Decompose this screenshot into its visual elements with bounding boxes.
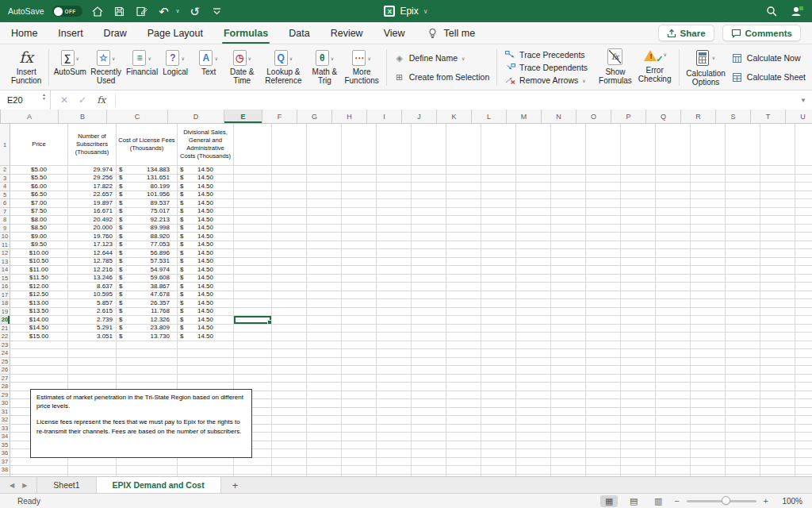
cell-G16[interactable] [307,283,342,291]
cell-M6[interactable] [516,199,551,208]
tab-review[interactable]: Review [331,22,363,44]
cell-T8[interactable] [760,216,795,225]
cell-I37[interactable] [377,458,412,467]
cell-L23[interactable] [481,341,516,350]
cell-G28[interactable] [307,383,342,391]
cell-U5[interactable] [795,191,812,200]
cell-E24[interactable] [234,349,272,358]
cell-L21[interactable] [481,325,516,333]
cell-O19[interactable] [586,308,621,317]
cell-F33[interactable] [272,425,307,433]
cell-N21[interactable] [551,325,586,333]
cell-H18[interactable] [342,299,377,308]
cell-U33[interactable] [795,425,812,433]
cell-I4[interactable] [377,183,412,191]
cell-L9[interactable] [481,225,516,233]
cell-K13[interactable] [446,258,481,267]
cell-Q32[interactable] [656,416,691,425]
selected-cell-E20[interactable] [234,316,272,325]
cell-K2[interactable] [446,166,481,175]
cell-O13[interactable] [586,258,621,267]
cell-G37[interactable] [307,458,342,467]
cell-S9[interactable] [726,225,760,233]
cell-F22[interactable] [272,333,307,341]
cell-E18[interactable] [234,299,272,308]
cell-I17[interactable] [377,291,412,300]
cell-I25[interactable] [377,358,412,367]
cell-C7[interactable]: $75.017 [117,208,178,217]
cell-A13[interactable]: $10.50 [10,258,68,267]
cell-S21[interactable] [726,325,760,333]
cell-B26[interactable] [68,366,117,375]
cell-I15[interactable] [377,275,412,283]
cell-Q9[interactable] [656,225,691,233]
cell-U4[interactable] [795,183,812,191]
cell-T36[interactable] [760,449,795,458]
cell-J19[interactable] [412,308,446,317]
cell-C16[interactable]: $38.867 [117,283,178,291]
cell-N30[interactable] [551,399,586,408]
tab-home[interactable]: Home [11,22,37,44]
redo-icon[interactable]: ↺ [188,4,202,18]
cell-A37[interactable] [10,458,68,467]
zoom-slider-thumb[interactable] [722,496,730,505]
cell-U38[interactable] [795,466,812,475]
cell-D21[interactable]: $14.50 [178,325,234,333]
cell-J37[interactable] [412,458,446,467]
cell-M24[interactable] [516,349,551,358]
cell-R6[interactable] [691,199,726,208]
cell-Q26[interactable] [656,366,691,375]
row-header-9[interactable]: 9 [0,225,10,233]
cell-P14[interactable] [621,266,656,275]
cell-F31[interactable] [272,408,307,417]
cell-G36[interactable] [307,449,342,458]
cell-T34[interactable] [760,433,795,441]
row-header-17[interactable]: 17 [0,291,10,300]
row-header-15[interactable]: 15 [0,275,10,283]
cell-P35[interactable] [621,441,656,450]
cell-D16[interactable]: $14.50 [178,283,234,291]
row-header-35[interactable]: 35 [0,441,10,450]
cell-P23[interactable] [621,341,656,350]
cell-L8[interactable] [481,216,516,225]
cell-D11[interactable]: $14.50 [178,241,234,250]
cell-B20[interactable]: 2.739 [68,316,117,325]
cell-C25[interactable] [117,358,178,367]
cell-O18[interactable] [586,299,621,308]
cell-F1[interactable] [272,124,307,166]
cell-L14[interactable] [481,266,516,275]
ribbon-button-recently-used[interactable]: ☆∨Recently Used [86,47,125,88]
cell-L19[interactable] [481,308,516,317]
cell-S10[interactable] [726,233,760,241]
cell-H1[interactable] [342,124,377,166]
cell-S24[interactable] [726,349,760,358]
cell-B10[interactable]: 19.760 [68,233,117,241]
select-all-corner[interactable] [0,110,1,123]
cell-L10[interactable] [481,233,516,241]
cell-G26[interactable] [307,366,342,375]
cell-M10[interactable] [516,233,551,241]
cell-F21[interactable] [272,325,307,333]
cell-U20[interactable] [795,316,812,325]
cell-C22[interactable]: $13.730 [117,333,178,341]
cell-H32[interactable] [342,416,377,425]
cell-U12[interactable] [795,249,812,258]
cell-Q30[interactable] [656,399,691,408]
cell-R10[interactable] [691,233,726,241]
cell-P31[interactable] [621,408,656,417]
cell-J30[interactable] [412,399,446,408]
cell-K18[interactable] [446,299,481,308]
column-header-C[interactable]: C [107,110,168,123]
cell-O7[interactable] [586,208,621,217]
cell-I24[interactable] [377,349,412,358]
cell-L38[interactable] [481,466,516,475]
cell-D26[interactable] [178,366,234,375]
cell-T33[interactable] [760,425,795,433]
cell-K31[interactable] [446,408,481,417]
ribbon-button-lookup-reference[interactable]: Q∨Lookup & Reference [259,47,308,88]
cell-P24[interactable] [621,349,656,358]
cell-C38[interactable] [117,466,178,475]
cell-B37[interactable] [68,458,117,467]
row-header-23[interactable]: 23 [0,341,10,350]
cell-T1[interactable] [760,124,795,166]
